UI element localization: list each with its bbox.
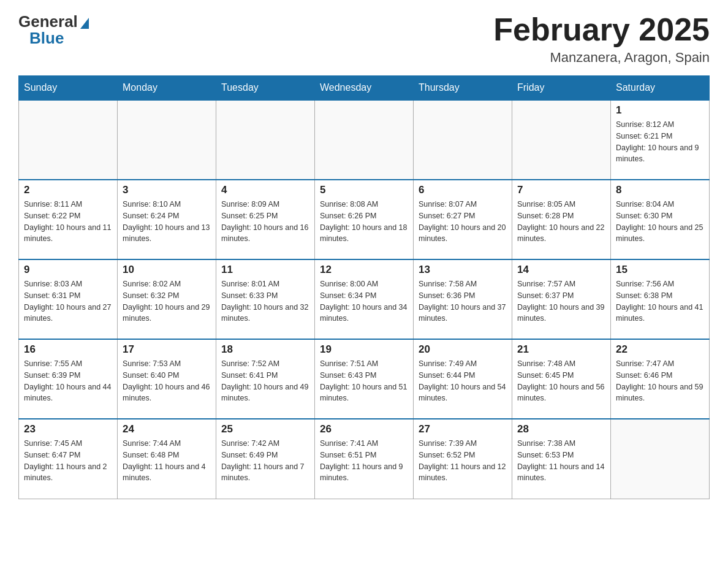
day-info: Sunrise: 8:10 AMSunset: 6:24 PMDaylight:… — [123, 199, 211, 245]
calendar-cell: 5Sunrise: 8:08 AMSunset: 6:26 PMDaylight… — [315, 180, 414, 259]
day-number: 27 — [419, 423, 507, 435]
weekday-header-monday: Monday — [118, 76, 216, 101]
day-info: Sunrise: 7:42 AMSunset: 6:49 PMDaylight:… — [221, 438, 309, 484]
day-info: Sunrise: 7:58 AMSunset: 6:36 PMDaylight:… — [419, 278, 507, 324]
day-number: 19 — [320, 343, 408, 356]
day-number: 14 — [517, 264, 605, 276]
calendar-cell: 15Sunrise: 7:56 AMSunset: 6:38 PMDayligh… — [611, 259, 710, 339]
day-info: Sunrise: 7:47 AMSunset: 6:46 PMDaylight:… — [616, 358, 704, 404]
calendar-cell: 14Sunrise: 7:57 AMSunset: 6:37 PMDayligh… — [512, 259, 611, 339]
day-info: Sunrise: 7:52 AMSunset: 6:41 PMDaylight:… — [221, 358, 309, 404]
day-number: 1 — [616, 104, 704, 117]
calendar-table: SundayMondayTuesdayWednesdayThursdayFrid… — [18, 75, 710, 499]
day-info: Sunrise: 8:00 AMSunset: 6:34 PMDaylight:… — [320, 278, 408, 324]
day-number: 17 — [123, 343, 211, 356]
day-number: 23 — [24, 423, 112, 435]
day-info: Sunrise: 8:04 AMSunset: 6:30 PMDaylight:… — [616, 199, 704, 245]
logo: General Blue — [18, 12, 89, 48]
day-info: Sunrise: 7:39 AMSunset: 6:52 PMDaylight:… — [419, 438, 507, 484]
day-info: Sunrise: 7:45 AMSunset: 6:47 PMDaylight:… — [24, 438, 112, 484]
day-number: 26 — [320, 423, 408, 435]
calendar-cell: 1Sunrise: 8:12 AMSunset: 6:21 PMDaylight… — [611, 100, 710, 180]
day-info: Sunrise: 8:02 AMSunset: 6:32 PMDaylight:… — [123, 278, 211, 324]
day-info: Sunrise: 7:48 AMSunset: 6:45 PMDaylight:… — [517, 358, 605, 404]
day-number: 6 — [419, 184, 507, 196]
calendar-cell: 27Sunrise: 7:39 AMSunset: 6:52 PMDayligh… — [414, 419, 512, 499]
day-info: Sunrise: 7:44 AMSunset: 6:48 PMDaylight:… — [123, 438, 211, 484]
day-info: Sunrise: 8:08 AMSunset: 6:26 PMDaylight:… — [320, 199, 408, 245]
day-info: Sunrise: 7:41 AMSunset: 6:51 PMDaylight:… — [320, 438, 408, 484]
day-number: 16 — [24, 343, 112, 356]
day-number: 7 — [517, 184, 605, 196]
day-info: Sunrise: 7:38 AMSunset: 6:53 PMDaylight:… — [517, 438, 605, 484]
week-row-5: 23Sunrise: 7:45 AMSunset: 6:47 PMDayligh… — [19, 419, 710, 499]
day-number: 24 — [123, 423, 211, 435]
weekday-header-saturday: Saturday — [611, 76, 710, 101]
calendar-cell: 23Sunrise: 7:45 AMSunset: 6:47 PMDayligh… — [19, 419, 118, 499]
calendar-cell — [118, 100, 216, 180]
day-info: Sunrise: 7:57 AMSunset: 6:37 PMDaylight:… — [517, 278, 605, 324]
weekday-header-row: SundayMondayTuesdayWednesdayThursdayFrid… — [19, 76, 710, 101]
day-number: 15 — [616, 264, 704, 276]
day-number: 8 — [616, 184, 704, 196]
day-info: Sunrise: 7:55 AMSunset: 6:39 PMDaylight:… — [24, 358, 112, 404]
day-number: 11 — [221, 264, 309, 276]
day-number: 22 — [616, 343, 704, 356]
title-area: February 2025 Manzanera, Aragon, Spain — [493, 12, 710, 66]
day-info: Sunrise: 8:12 AMSunset: 6:21 PMDaylight:… — [616, 119, 704, 165]
calendar-cell: 19Sunrise: 7:51 AMSunset: 6:43 PMDayligh… — [315, 339, 414, 419]
day-number: 25 — [221, 423, 309, 435]
calendar-cell: 3Sunrise: 8:10 AMSunset: 6:24 PMDaylight… — [118, 180, 216, 259]
calendar-cell — [512, 100, 611, 180]
calendar-cell: 17Sunrise: 7:53 AMSunset: 6:40 PMDayligh… — [118, 339, 216, 419]
week-row-3: 9Sunrise: 8:03 AMSunset: 6:31 PMDaylight… — [19, 259, 710, 339]
day-number: 28 — [517, 423, 605, 435]
calendar-cell: 10Sunrise: 8:02 AMSunset: 6:32 PMDayligh… — [118, 259, 216, 339]
calendar-cell — [216, 100, 315, 180]
day-info: Sunrise: 8:01 AMSunset: 6:33 PMDaylight:… — [221, 278, 309, 324]
calendar-cell: 20Sunrise: 7:49 AMSunset: 6:44 PMDayligh… — [414, 339, 512, 419]
calendar-cell: 4Sunrise: 8:09 AMSunset: 6:25 PMDaylight… — [216, 180, 315, 259]
day-number: 21 — [517, 343, 605, 356]
logo-triangle-icon — [80, 18, 89, 29]
calendar-cell: 13Sunrise: 7:58 AMSunset: 6:36 PMDayligh… — [414, 259, 512, 339]
weekday-header-wednesday: Wednesday — [315, 76, 414, 101]
day-info: Sunrise: 8:07 AMSunset: 6:27 PMDaylight:… — [419, 199, 507, 245]
calendar-cell: 2Sunrise: 8:11 AMSunset: 6:22 PMDaylight… — [19, 180, 118, 259]
day-number: 5 — [320, 184, 408, 196]
calendar-cell: 25Sunrise: 7:42 AMSunset: 6:49 PMDayligh… — [216, 419, 315, 499]
day-info: Sunrise: 8:11 AMSunset: 6:22 PMDaylight:… — [24, 199, 112, 245]
calendar-cell: 24Sunrise: 7:44 AMSunset: 6:48 PMDayligh… — [118, 419, 216, 499]
week-row-4: 16Sunrise: 7:55 AMSunset: 6:39 PMDayligh… — [19, 339, 710, 419]
calendar-cell: 8Sunrise: 8:04 AMSunset: 6:30 PMDaylight… — [611, 180, 710, 259]
calendar-cell: 21Sunrise: 7:48 AMSunset: 6:45 PMDayligh… — [512, 339, 611, 419]
day-number: 18 — [221, 343, 309, 356]
weekday-header-thursday: Thursday — [414, 76, 512, 101]
day-info: Sunrise: 8:05 AMSunset: 6:28 PMDaylight:… — [517, 199, 605, 245]
location-subtitle: Manzanera, Aragon, Spain — [493, 50, 710, 66]
day-number: 3 — [123, 184, 211, 196]
week-row-1: 1Sunrise: 8:12 AMSunset: 6:21 PMDaylight… — [19, 100, 710, 180]
day-info: Sunrise: 7:49 AMSunset: 6:44 PMDaylight:… — [419, 358, 507, 404]
calendar-cell — [315, 100, 414, 180]
day-info: Sunrise: 8:03 AMSunset: 6:31 PMDaylight:… — [24, 278, 112, 324]
day-number: 4 — [221, 184, 309, 196]
calendar-cell: 18Sunrise: 7:52 AMSunset: 6:41 PMDayligh… — [216, 339, 315, 419]
day-number: 2 — [24, 184, 112, 196]
calendar-cell: 16Sunrise: 7:55 AMSunset: 6:39 PMDayligh… — [19, 339, 118, 419]
calendar-cell — [19, 100, 118, 180]
calendar-cell: 26Sunrise: 7:41 AMSunset: 6:51 PMDayligh… — [315, 419, 414, 499]
calendar-cell: 11Sunrise: 8:01 AMSunset: 6:33 PMDayligh… — [216, 259, 315, 339]
calendar-cell: 6Sunrise: 8:07 AMSunset: 6:27 PMDaylight… — [414, 180, 512, 259]
page-header: General Blue February 2025 Manzanera, Ar… — [18, 12, 710, 66]
calendar-cell — [414, 100, 512, 180]
calendar-cell: 22Sunrise: 7:47 AMSunset: 6:46 PMDayligh… — [611, 339, 710, 419]
logo-blue-text: Blue — [29, 29, 64, 48]
day-number: 13 — [419, 264, 507, 276]
day-info: Sunrise: 8:09 AMSunset: 6:25 PMDaylight:… — [221, 199, 309, 245]
weekday-header-tuesday: Tuesday — [216, 76, 315, 101]
calendar-cell: 7Sunrise: 8:05 AMSunset: 6:28 PMDaylight… — [512, 180, 611, 259]
calendar-cell: 12Sunrise: 8:00 AMSunset: 6:34 PMDayligh… — [315, 259, 414, 339]
day-info: Sunrise: 7:53 AMSunset: 6:40 PMDaylight:… — [123, 358, 211, 404]
day-number: 10 — [123, 264, 211, 276]
